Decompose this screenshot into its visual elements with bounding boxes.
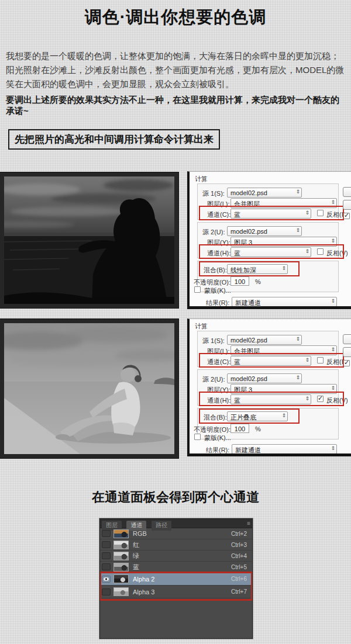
result-label: 结果(R): bbox=[206, 446, 229, 455]
dropdown-arrow-icon: ⇕ bbox=[305, 396, 309, 401]
channel-thumbnail bbox=[113, 552, 129, 560]
blend-select[interactable]: 正片叠底⇕ bbox=[227, 411, 288, 421]
source2-select[interactable]: model02.psd⇕ bbox=[227, 373, 302, 383]
dialog-button-bottom[interactable] bbox=[343, 347, 351, 357]
channel-name: RGB bbox=[133, 530, 147, 537]
layer1-select[interactable]: 合并图层⇕ bbox=[230, 345, 337, 355]
dropdown-arrow-icon: ⇕ bbox=[331, 385, 335, 391]
channel-row-blue[interactable]: 蓝 Ctrl+5 bbox=[100, 562, 252, 573]
channel1-label: 通道(C): bbox=[207, 210, 230, 219]
channel-name: 蓝 bbox=[133, 563, 139, 572]
preview-checkbox[interactable] bbox=[343, 213, 350, 219]
photo1-illustration bbox=[4, 176, 174, 304]
dropdown-arrow-icon: ⇕ bbox=[331, 238, 335, 244]
result-select[interactable]: 新建通道⇕ bbox=[232, 297, 337, 307]
invert1-checkbox[interactable] bbox=[317, 357, 324, 363]
invert1-label: 反相(I) bbox=[326, 358, 345, 366]
channel-thumbnail bbox=[113, 563, 129, 572]
channel-shortcut: Ctrl+4 bbox=[231, 553, 252, 559]
preview-checkbox[interactable] bbox=[343, 360, 350, 366]
dropdown-arrow-icon: ⇕ bbox=[305, 210, 309, 216]
intro-paragraph: 我想要的是一个暖暖的色调，让整体更加的饱满，大海在落日的余晖中显的更加沉稳；阳光… bbox=[6, 49, 347, 91]
invert2-label: 反相(V) bbox=[326, 249, 348, 258]
dialog-button-top[interactable] bbox=[343, 334, 351, 344]
channel-name: Alpha 2 bbox=[133, 576, 154, 583]
channel2-label: 通道(H): bbox=[207, 396, 230, 405]
visibility-toggle[interactable] bbox=[102, 588, 111, 595]
channel-row-rgb[interactable]: RGB Ctrl+2 bbox=[100, 528, 252, 539]
mask-label: 蒙版(K)... bbox=[204, 286, 231, 295]
channel-row-red[interactable]: 红 Ctrl+3 bbox=[100, 539, 252, 550]
source1-label: 源 1(S): bbox=[202, 337, 225, 345]
source1-label: 源 1(S): bbox=[202, 189, 225, 198]
channel1-select[interactable]: 蓝⇕ bbox=[230, 209, 311, 219]
layer2-select[interactable]: 图层 3⇕ bbox=[230, 237, 337, 247]
panel-tab-bar: 图层 通道 路径 ≡ bbox=[100, 519, 252, 528]
visibility-toggle[interactable] bbox=[102, 530, 111, 537]
channel2-select[interactable]: 蓝⇕ bbox=[230, 247, 311, 257]
photo2-illustration bbox=[4, 323, 174, 454]
tutorial-page: 调色·调出你想要的色调 我想要的是一个暖暖的色调，让整体更加的饱满，大海在落日的… bbox=[0, 0, 351, 644]
layer1-select[interactable]: 合并图层⇕ bbox=[230, 198, 337, 208]
channel-row-alpha2[interactable]: Alpha 2 Ctrl+6 bbox=[100, 573, 252, 586]
layer1-label: 图层(L): bbox=[207, 200, 230, 209]
channel-row-green[interactable]: 绿 Ctrl+4 bbox=[100, 550, 252, 562]
photo-beach-model bbox=[0, 319, 178, 458]
channel-thumbnail bbox=[113, 541, 129, 549]
invert2-checkbox[interactable] bbox=[317, 248, 324, 255]
visibility-toggle[interactable] bbox=[102, 552, 111, 559]
dropdown-arrow-icon: ⇕ bbox=[331, 298, 335, 304]
mask-checkbox[interactable] bbox=[194, 434, 201, 440]
source1-select[interactable]: model02.psd⇕ bbox=[227, 188, 302, 198]
dropdown-arrow-icon: ⇕ bbox=[305, 357, 309, 363]
opacity-input[interactable]: 100 bbox=[230, 424, 249, 433]
result-select[interactable]: 新建通道⇕ bbox=[232, 444, 337, 454]
channel-shortcut: Ctrl+5 bbox=[231, 564, 252, 570]
dialog-button-bottom[interactable] bbox=[343, 200, 351, 210]
blend-label: 混合(B): bbox=[204, 266, 227, 275]
dropdown-arrow-icon: ⇕ bbox=[295, 227, 300, 233]
blend-select[interactable]: 线性加深⇕ bbox=[227, 264, 288, 274]
calculations-dialog-1: 计算 源 1(S): model02.psd⇕ 图层(L): 合并图层⇕ 通道(… bbox=[187, 171, 351, 309]
source2-label: 源 2(U): bbox=[202, 375, 225, 384]
channel-thumbnail bbox=[113, 574, 129, 583]
invert2-checkbox[interactable] bbox=[317, 396, 324, 402]
channel-shortcut: Ctrl+2 bbox=[231, 531, 252, 537]
channel2-select[interactable]: 蓝⇕ bbox=[230, 394, 311, 404]
mask-checkbox[interactable] bbox=[194, 286, 201, 293]
dropdown-arrow-icon: ⇕ bbox=[295, 336, 300, 342]
panel-menu-icon[interactable]: ≡ bbox=[247, 520, 250, 527]
dialog-button-top[interactable] bbox=[343, 187, 351, 197]
channel-name: Alpha 3 bbox=[133, 588, 154, 595]
channel-row-alpha3[interactable]: Alpha 3 Ctrl+7 bbox=[100, 586, 252, 598]
source1-select[interactable]: model02.psd⇕ bbox=[227, 335, 302, 345]
dropdown-arrow-icon: ⇕ bbox=[295, 189, 300, 195]
channel-name: 红 bbox=[133, 541, 139, 549]
visibility-toggle[interactable] bbox=[102, 541, 111, 548]
visibility-toggle[interactable] bbox=[102, 576, 111, 583]
channel2-label: 通道(H): bbox=[207, 249, 230, 258]
method-note: 要调出上述所要的效果其实方法不止一种，在这里我就用计算，来完成我对一个酷友的承诺… bbox=[6, 95, 347, 117]
layer1-label: 图层(L): bbox=[207, 347, 230, 356]
dropdown-arrow-icon: ⇕ bbox=[295, 375, 300, 380]
channel-shortcut: Ctrl+6 bbox=[231, 576, 252, 582]
opacity-unit: % bbox=[255, 425, 261, 432]
channel-thumbnail bbox=[113, 529, 129, 538]
opacity-label: 不透明度(O): bbox=[194, 425, 230, 434]
channel1-select[interactable]: 蓝⇕ bbox=[230, 356, 311, 366]
invert1-label: 反相(I) bbox=[326, 210, 345, 219]
opacity-unit: % bbox=[255, 278, 261, 285]
calculations-dialog-2: 计算 源 1(S): model02.psd⇕ 图层(L): 合并图层⇕ 通道(… bbox=[187, 318, 351, 456]
opacity-input[interactable]: 100 bbox=[230, 276, 249, 286]
layer2-select[interactable]: 图层 3⇕ bbox=[230, 384, 337, 394]
visibility-toggle[interactable] bbox=[102, 563, 111, 570]
channel-shortcut: Ctrl+3 bbox=[231, 542, 252, 548]
dropdown-arrow-icon: ⇕ bbox=[331, 199, 335, 205]
layer2-label: 图层(Y): bbox=[207, 386, 230, 394]
channel-name: 绿 bbox=[133, 552, 139, 560]
invert1-checkbox[interactable] bbox=[317, 210, 324, 216]
channel-shortcut: Ctrl+7 bbox=[231, 588, 252, 595]
source2-select[interactable]: model02.psd⇕ bbox=[227, 226, 302, 236]
opacity-label: 不透明度(O): bbox=[194, 278, 230, 287]
dialog-title: 计算 bbox=[195, 322, 208, 331]
